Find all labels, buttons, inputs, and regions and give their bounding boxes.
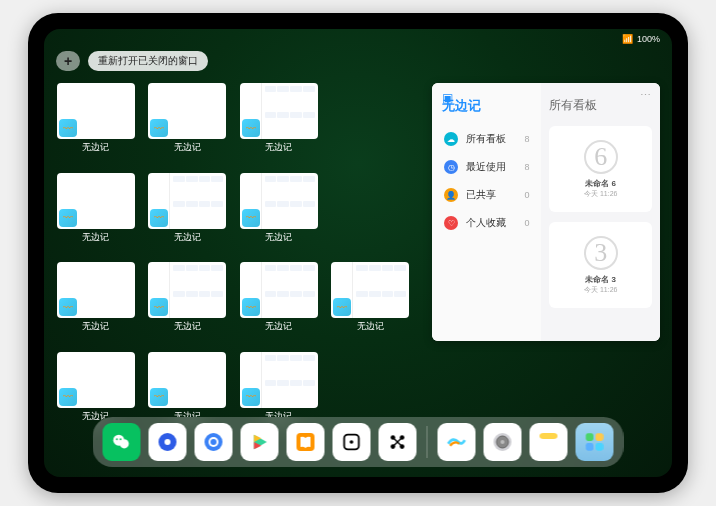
panel-nav: 无边记 ☁所有看板8 ◷最近使用8 👤已共享0 ♡个人收藏0 [432,83,541,341]
svg-point-1 [120,439,129,448]
thumb-canvas [57,83,135,139]
new-window-button[interactable]: + [56,51,80,71]
thumb-canvas [148,352,226,408]
window-thumb[interactable]: 无边记 [56,83,136,165]
thumb-canvas [331,262,409,318]
freeform-icon [59,209,77,227]
freeform-icon [59,119,77,137]
dock-app-books[interactable] [287,423,325,461]
clock-icon: ◷ [444,160,458,174]
freeform-icon [150,298,168,316]
dock-app-notes[interactable] [530,423,568,461]
freeform-icon [59,388,77,406]
freeform-icon [242,388,260,406]
window-grid: 无边记 无边记 无边记 无边记 无边记 无边记 无边记 无边记 无边记 无边记 … [56,83,418,433]
dock-app-wechat[interactable] [103,423,141,461]
freeform-icon [59,298,77,316]
window-label: 无边记 [82,141,109,154]
window-thumb[interactable]: 无边记 [239,173,319,255]
thumb-canvas [240,173,318,229]
menu-count: 8 [524,134,529,144]
window-thumb[interactable]: 无边记 [331,262,411,344]
window-label: 无边记 [174,231,201,244]
window-label: 无边记 [174,141,201,154]
panel-content: 所有看板 6 未命名 6 今天 11:26 3 未命名 3 今天 11:26 [541,83,660,341]
freeform-icon [333,298,351,316]
svg-rect-26 [596,443,604,451]
menu-label: 所有看板 [466,132,506,146]
svg-point-20 [501,440,505,444]
freeform-icon [150,209,168,227]
sidebar-panel[interactable]: ▣ ⋯ 无边记 ☁所有看板8 ◷最近使用8 👤已共享0 ♡个人收藏0 所有看板 … [432,83,660,341]
svg-rect-25 [586,443,594,451]
dock-app-quark[interactable] [149,423,187,461]
menu-count: 8 [524,162,529,172]
dock [93,417,624,467]
freeform-icon [150,119,168,137]
window-thumb[interactable]: 无边记 [239,83,319,165]
window-thumb[interactable]: 无边记 [148,83,228,165]
menu-count: 0 [524,218,529,228]
window-thumb[interactable]: 无边记 [148,173,228,255]
dock-app-settings[interactable] [484,423,522,461]
window-label: 无边记 [357,320,384,333]
wifi-icon [622,34,633,44]
dock-app-dice[interactable] [333,423,371,461]
board-name: 未命名 6 [585,178,616,189]
freeform-icon [242,119,260,137]
window-thumb[interactable]: 无边记 [239,262,319,344]
cloud-icon: ☁ [444,132,458,146]
svg-rect-23 [586,433,594,441]
thumb-canvas [57,352,135,408]
thumb-canvas [240,352,318,408]
window-label: 无边记 [265,320,292,333]
menu-label: 最近使用 [466,160,506,174]
dock-app-browser[interactable] [195,423,233,461]
board-time: 今天 11:26 [584,189,617,199]
thumb-canvas [148,262,226,318]
freeform-icon [242,298,260,316]
menu-shared[interactable]: 👤已共享0 [442,181,531,209]
panel-title: 无边记 [442,97,531,115]
window-thumb[interactable]: 无边记 [56,262,136,344]
reopen-closed-button[interactable]: 重新打开已关闭的窗口 [88,51,208,71]
menu-count: 0 [524,190,529,200]
window-thumb[interactable]: 无边记 [148,262,228,344]
dock-separator [427,426,428,458]
thumb-canvas [240,83,318,139]
window-label: 无边记 [265,141,292,154]
window-label: 无边记 [265,231,292,244]
board-thumb: 3 [584,236,618,270]
window-thumb[interactable]: 无边记 [56,173,136,255]
svg-point-11 [350,440,354,444]
window-label: 无边记 [174,320,201,333]
svg-rect-24 [596,433,604,441]
screen: 100% + 重新打开已关闭的窗口 无边记 无边记 无边记 无边记 无边记 无边… [44,29,672,477]
menu-label: 已共享 [466,188,496,202]
dock-app-folder[interactable] [576,423,614,461]
freeform-icon [150,388,168,406]
svg-point-3 [120,438,122,440]
sidebar-toggle-icon[interactable]: ▣ [442,91,453,105]
more-icon[interactable]: ⋯ [640,89,652,102]
svg-point-8 [211,439,217,445]
heart-icon: ♡ [444,216,458,230]
thumb-canvas [148,173,226,229]
board-time: 今天 11:26 [584,285,617,295]
board-name: 未命名 3 [585,274,616,285]
board-card[interactable]: 6 未命名 6 今天 11:26 [549,126,652,212]
top-bar: + 重新打开已关闭的窗口 [44,47,672,77]
board-thumb: 6 [584,140,618,174]
svg-rect-22 [540,433,558,439]
menu-recent[interactable]: ◷最近使用8 [442,153,531,181]
person-icon: 👤 [444,188,458,202]
board-card[interactable]: 3 未命名 3 今天 11:26 [549,222,652,308]
menu-favorites[interactable]: ♡个人收藏0 [442,209,531,237]
menu-all-boards[interactable]: ☁所有看板8 [442,125,531,153]
dock-app-freeform[interactable] [438,423,476,461]
tablet-frame: 100% + 重新打开已关闭的窗口 无边记 无边记 无边记 无边记 无边记 无边… [28,13,688,493]
dock-app-connect[interactable] [379,423,417,461]
main-area: 无边记 无边记 无边记 无边记 无边记 无边记 无边记 无边记 无边记 无边记 … [44,77,672,433]
dock-app-play[interactable] [241,423,279,461]
status-bar: 100% [44,29,672,47]
